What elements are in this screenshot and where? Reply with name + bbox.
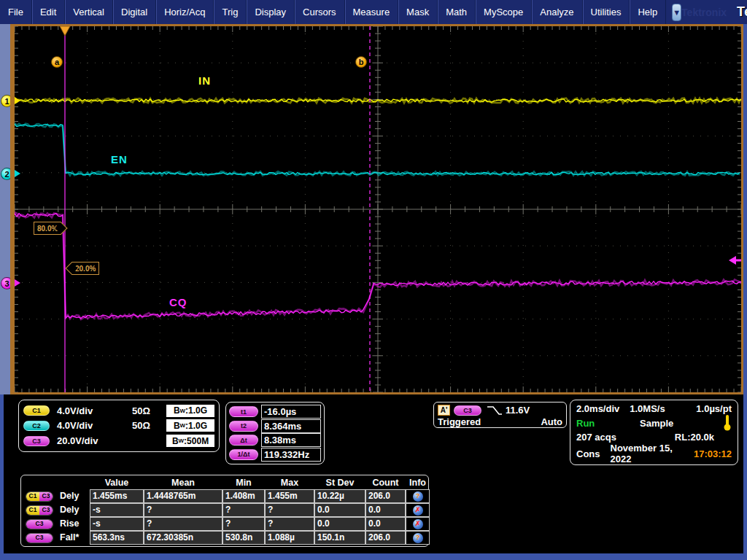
channel-1-row[interactable]: C1 4.0V/div 50Ω BW:1.0G — [23, 405, 214, 417]
measurement-cell-count: 0.0 — [365, 503, 406, 517]
measurement-cell-value: 1.455ms — [90, 489, 144, 503]
menu-dropdown-button[interactable]: ▼ — [672, 4, 681, 21]
col-header-value: Value — [90, 476, 144, 489]
timebase-value: 2.0ms/div — [576, 403, 619, 414]
info-error-icon[interactable]: ✗ — [413, 519, 423, 529]
col-header-max: Max — [265, 476, 314, 489]
menu-item-vertical[interactable]: Vertical — [65, 0, 113, 24]
channel-1-ground-arrow — [15, 97, 20, 104]
ref-level-20-label: 20.0% — [75, 265, 96, 273]
menu-item-mask[interactable]: Mask — [398, 0, 438, 24]
trigger-status-row: Triggered Auto — [438, 416, 562, 428]
measurement-source-badge: C1C3 — [26, 505, 53, 516]
measurement-cell-mean: ? — [144, 517, 222, 531]
graticule: IN EN CQ a b 80.0% 20.0% — [15, 26, 741, 392]
menu-item-help[interactable]: Help — [630, 0, 666, 24]
menu-item-math[interactable]: Math — [438, 0, 476, 24]
acquisition-timebase-row: 2.0ms/div 1.0MS/s 1.0µs/pt — [576, 403, 732, 414]
menu-item-display[interactable]: Display — [247, 0, 295, 24]
cursor-delta-t-badge[interactable]: Δt — [229, 435, 258, 446]
cursor-inv-delta-t-badge[interactable]: 1/Δt — [229, 449, 258, 460]
ref-level-20-tag: 20.0% — [71, 262, 99, 275]
cursor-t1-badge[interactable]: t1 — [229, 406, 258, 417]
measurement-row[interactable]: C1C3Dely1.455ms1.4448765m1.408m1.455m10.… — [23, 489, 427, 503]
menu-item-utilities[interactable]: Utilities — [583, 0, 630, 24]
trigger-channel-badge: C3 — [454, 405, 481, 416]
measurement-row[interactable]: C1C3Dely-s???0.00.0✗ — [23, 503, 427, 517]
measurement-row[interactable]: C3Fall*563.3ns672.30385n530.8n1.088µ150.… — [23, 531, 427, 545]
menu-item-horiz-acq[interactable]: Horiz/Acq — [156, 0, 214, 24]
menu-item-measure[interactable]: Measure — [345, 0, 399, 24]
trace-label-in: IN — [198, 74, 211, 87]
trigger-panel[interactable]: A' C3 11.6V Triggered Auto — [433, 402, 567, 428]
measurement-cell-max: 1.088µ — [265, 531, 314, 545]
menu-items: FileEditVerticalDigitalHoriz/AcqTrigDisp… — [0, 0, 666, 24]
menu-item-file[interactable]: File — [0, 0, 32, 24]
measurement-cell-mean: 1.4448765m — [144, 489, 222, 503]
channel-3-badge: C3 — [23, 436, 50, 446]
channel-3-row[interactable]: C3 20.0V/div BW:500M — [23, 435, 214, 447]
measurement-cell-value: -s — [90, 503, 144, 517]
trigger-position-marker[interactable] — [60, 26, 70, 36]
trigger-source-badge: A' — [438, 405, 450, 416]
measurement-source-badge: C1C3 — [26, 491, 53, 502]
window-edge-right — [743, 24, 747, 560]
menu-item-edit[interactable]: Edit — [32, 0, 65, 24]
graticule-svg — [15, 26, 741, 392]
tektronix-watermark: Tektronix — [681, 7, 727, 18]
measurement-info-cell: ? — [406, 489, 430, 503]
record-length: RL:20.0k — [675, 432, 714, 443]
measurement-cell-stdev: 150.1n — [314, 531, 365, 545]
menu-item-myscope[interactable]: MyScope — [476, 0, 532, 24]
cursor-a-handle[interactable]: a — [51, 56, 63, 68]
trigger-level-marker[interactable] — [729, 256, 736, 265]
tek-logo: Tek — [737, 4, 747, 20]
measurement-cell-value: 563.3ns — [90, 531, 144, 545]
menu-item-digital[interactable]: Digital — [113, 0, 156, 24]
trigger-status: Triggered — [438, 416, 481, 428]
trace-label-cq: CQ — [169, 296, 187, 308]
measurement-cell-mean: ? — [144, 503, 222, 517]
measurement-name: Dely — [60, 504, 79, 516]
measurement-name: Rise — [60, 518, 79, 530]
oscilloscope-screen: FileEditVerticalDigitalHoriz/AcqTrigDisp… — [0, 0, 747, 560]
date-value: November 15, 2022 — [611, 443, 694, 464]
acquisition-mode: Sample — [640, 418, 673, 429]
measurement-info-cell: ✗ — [406, 503, 430, 517]
info-error-icon[interactable]: ✗ — [413, 505, 423, 516]
col-header-stdev: St Dev — [314, 476, 365, 489]
measurement-info-cell: ? — [406, 531, 430, 545]
datetime-row: Cons November 15, 2022 17:03:12 — [576, 443, 732, 464]
trigger-mode: Auto — [541, 416, 562, 428]
cursor-t2-badge[interactable]: t2 — [229, 421, 258, 432]
measurement-cell-max: ? — [265, 517, 314, 531]
info-question-icon[interactable]: ? — [413, 533, 423, 543]
measurement-cell-count: 206.0 — [365, 531, 406, 545]
col-header-mean: Mean — [144, 476, 222, 489]
channel-2-scale: 4.0V/div — [57, 420, 120, 431]
cursor-inv-delta-t-row: 1/Δt 119.332Hz — [229, 448, 321, 462]
menu-item-analyze[interactable]: Analyze — [532, 0, 582, 24]
menu-item-cursors[interactable]: Cursors — [295, 0, 345, 24]
measurement-cell-mean: 672.30385n — [144, 531, 222, 545]
measurement-source-label: C1C3Dely — [23, 503, 90, 517]
acquisition-count-row: 207 acqs RL:20.0k — [576, 432, 732, 443]
measurement-cell-value: -s — [90, 517, 144, 531]
measurement-cell-stdev: 0.0 — [314, 517, 365, 531]
cursor-delta-t-value: 8.38ms — [261, 433, 321, 447]
menu-item-trig[interactable]: Trig — [214, 0, 247, 24]
measurement-header-empty — [23, 476, 90, 489]
measurement-source-label: C3Rise — [23, 517, 90, 531]
acquisition-state-row: Run Sample — [576, 414, 732, 432]
measurement-cell-min: ? — [222, 517, 265, 531]
cursor-b-handle[interactable]: b — [355, 56, 367, 68]
cursor-t1-row: t1 -16.0µs — [229, 405, 321, 419]
measurement-cell-min: 1.408m — [222, 489, 265, 503]
channel-2-ground-arrow — [15, 170, 20, 177]
channel-2-row[interactable]: C2 4.0V/div 50Ω BW:1.0G — [23, 419, 214, 432]
measurement-cell-stdev: 10.22µ — [314, 489, 365, 503]
info-question-icon[interactable]: ? — [413, 491, 423, 502]
measurement-row[interactable]: C3Rise-s???0.00.0✗ — [23, 517, 427, 531]
acquisition-panel: 2.0ms/div 1.0MS/s 1.0µs/pt Run Sample 20… — [570, 400, 738, 465]
cons-label: Cons — [576, 448, 600, 459]
